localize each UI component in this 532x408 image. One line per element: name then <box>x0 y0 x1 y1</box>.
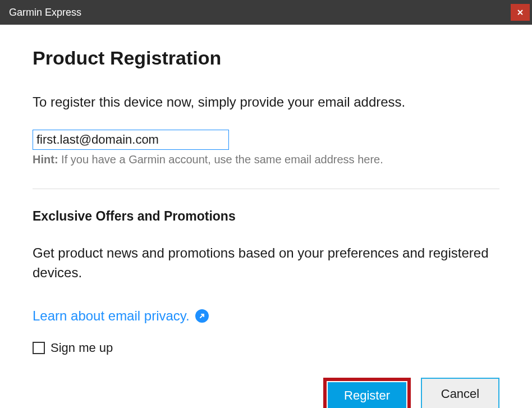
hint-label: Hint: <box>33 153 58 166</box>
cancel-button[interactable]: Cancel <box>421 378 499 408</box>
external-link-icon <box>195 309 209 323</box>
privacy-link-text: Learn about email privacy. <box>33 308 190 324</box>
button-row: Register Cancel <box>33 378 499 408</box>
offers-text: Get product news and promotions based on… <box>33 244 499 283</box>
register-highlight: Register <box>323 378 411 408</box>
offers-heading: Exclusive Offers and Promotions <box>33 209 499 224</box>
close-button[interactable] <box>511 4 530 21</box>
page-title: Product Registration <box>33 47 499 69</box>
signup-label: Sign me up <box>51 341 113 355</box>
hint-text: If you have a Garmin account, use the sa… <box>58 153 383 166</box>
instruction-text: To register this device now, simply prov… <box>33 94 499 110</box>
email-field[interactable] <box>33 130 229 150</box>
content-area: Product Registration To register this de… <box>0 25 532 408</box>
register-button[interactable]: Register <box>328 382 406 408</box>
signup-checkbox[interactable] <box>33 342 45 354</box>
signup-checkbox-row: Sign me up <box>33 341 499 355</box>
privacy-link[interactable]: Learn about email privacy. <box>33 308 209 324</box>
email-hint: Hint: If you have a Garmin account, use … <box>33 153 499 166</box>
close-icon <box>517 7 523 17</box>
section-divider <box>33 189 499 189</box>
window-title: Garmin Express <box>9 7 81 19</box>
titlebar: Garmin Express <box>0 0 532 25</box>
